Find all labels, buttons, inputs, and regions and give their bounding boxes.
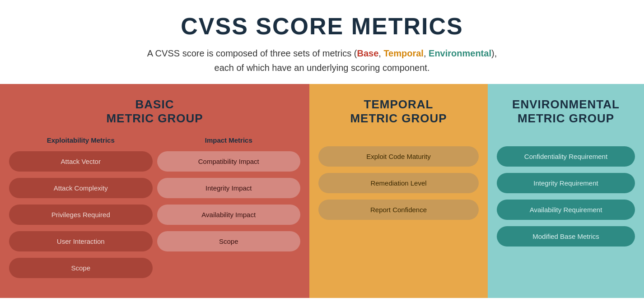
list-item: Integrity Requirement — [497, 173, 635, 193]
list-item: Exploit Code Maturity — [318, 146, 479, 167]
list-item: User Interaction — [9, 231, 153, 251]
env-col: Confidentiality Requirement Integrity Re… — [497, 146, 635, 247]
impact-header: Impact Metrics — [157, 136, 301, 144]
subtitle-comma2: , — [424, 48, 429, 58]
environmental-label: Environmental — [429, 48, 491, 58]
page-title: CVSS SCORE METRICS — [18, 13, 626, 40]
exploitability-header: Exploitability Metrics — [9, 136, 153, 144]
list-item: Privileges Required — [9, 205, 153, 225]
base-label: Base — [357, 48, 378, 58]
list-item: Availability Impact — [157, 205, 301, 225]
list-item: Attack Complexity — [9, 178, 153, 198]
list-item: Remediation Level — [318, 173, 479, 193]
subtitle-line2: each of which have an underlying scoring… — [215, 63, 430, 73]
list-item: Report Confidence — [318, 200, 479, 220]
subtitle-before: A CVSS score is composed of three sets o… — [147, 48, 357, 58]
temporal-section: TEMPORAL METRIC GROUP Exploit Code Matur… — [309, 84, 488, 298]
subtitle-after: ), — [491, 48, 497, 58]
temporal-label: Temporal — [383, 48, 424, 58]
list-item: Compatibility Impact — [157, 151, 301, 172]
list-item: Confidentiality Requirement — [497, 146, 635, 167]
list-item: Availability Requirement — [497, 200, 635, 220]
header-section: CVSS SCORE METRICS A CVSS score is compo… — [0, 0, 644, 84]
basic-columns: Exploitability Metrics Attack Vector Att… — [9, 136, 300, 284]
list-item: Modified Base Metrics — [497, 226, 635, 247]
environmental-group-title: ENVIRONMENTAL METRIC GROUP — [497, 98, 635, 126]
temporal-col: Exploit Code Maturity Remediation Level … — [318, 146, 479, 220]
list-item: Integrity Impact — [157, 178, 301, 198]
basic-section: BASIC METRIC GROUP Exploitability Metric… — [0, 84, 309, 298]
metrics-container: BASIC METRIC GROUP Exploitability Metric… — [0, 84, 644, 298]
subtitle: A CVSS score is composed of three sets o… — [18, 46, 626, 75]
list-item: Scope — [9, 258, 153, 278]
basic-group-title: BASIC METRIC GROUP — [9, 98, 300, 126]
exploitability-col: Exploitability Metrics Attack Vector Att… — [9, 136, 153, 284]
environmental-section: ENVIRONMENTAL METRIC GROUP Confidentiali… — [488, 84, 644, 298]
subtitle-comma1: , — [378, 48, 383, 58]
list-item: Attack Vector — [9, 151, 153, 172]
list-item: Scope — [157, 231, 301, 251]
impact-col: Impact Metrics Compatibility Impact Inte… — [157, 136, 301, 284]
temporal-group-title: TEMPORAL METRIC GROUP — [318, 98, 479, 126]
